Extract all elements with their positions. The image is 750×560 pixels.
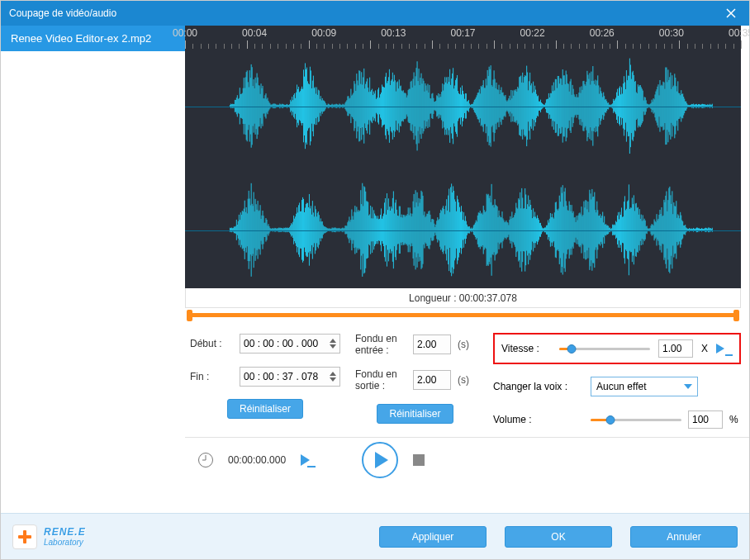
- playback-time: 00:00:00.000: [228, 454, 286, 466]
- length-label: Longueur :: [409, 292, 456, 304]
- ruler-tick: 00:04: [242, 27, 267, 39]
- start-time-input[interactable]: [240, 334, 340, 354]
- length-display: Longueur : 00:00:37.078: [185, 288, 741, 308]
- ruler-tick: 00:30: [659, 27, 684, 39]
- ruler-tick: 00:35: [729, 27, 750, 39]
- speed-slider[interactable]: [559, 343, 650, 354]
- fade-in-field[interactable]: [417, 339, 447, 350]
- reset-fade-button[interactable]: Réinitialiser: [377, 404, 453, 424]
- waveform-channel-left: [185, 53, 741, 160]
- seek-play-icon[interactable]: [301, 454, 316, 466]
- play-icon: [375, 452, 388, 468]
- start-spinner[interactable]: [330, 339, 336, 349]
- editor-content: 00:0000:0400:0900:1300:1700:2200:2600:30…: [185, 26, 749, 513]
- length-value: 00:00:37.078: [459, 292, 517, 304]
- end-time-input[interactable]: [240, 367, 340, 387]
- speed-unit: X: [701, 343, 708, 354]
- close-icon[interactable]: [721, 3, 741, 23]
- volume-slider[interactable]: [591, 414, 681, 425]
- title-bar: Coupage de vidéo/audio: [1, 1, 749, 26]
- speed-preview-play-icon[interactable]: [716, 344, 733, 354]
- voice-selected: Aucun effet: [596, 381, 647, 392]
- end-spinner[interactable]: [330, 372, 336, 382]
- logo-badge-icon: [12, 524, 37, 549]
- ruler-tick: 00:13: [381, 27, 406, 39]
- start-label: Début :: [190, 338, 233, 349]
- play-button[interactable]: [362, 442, 398, 478]
- volume-label: Volume :: [493, 414, 584, 425]
- clock-icon: [198, 453, 213, 467]
- main-area: Renee Video Editor-ex 2.mp2 00:0000:0400…: [1, 26, 749, 513]
- start-time-field[interactable]: [244, 338, 326, 349]
- ok-button[interactable]: OK: [505, 526, 612, 548]
- ruler-tick: 00:26: [590, 27, 615, 39]
- window-title: Coupage de vidéo/audio: [9, 7, 116, 19]
- end-time-field[interactable]: [244, 371, 326, 382]
- brand-logo: RENE.E Laboratory: [12, 524, 86, 549]
- controls-panel: Début : Fin : Réinitialiser: [185, 328, 749, 430]
- range-handle-end[interactable]: [733, 310, 739, 321]
- selection-range-bar[interactable]: [185, 308, 741, 323]
- ruler-tick: 00:22: [520, 27, 545, 39]
- volume-unit: %: [729, 414, 738, 425]
- fade-in-unit: (s): [458, 339, 469, 350]
- fade-in-label: Fondu en entrée :: [355, 333, 406, 357]
- file-sidebar: Renee Video Editor-ex 2.mp2: [1, 26, 185, 513]
- ruler-tick: 00:09: [311, 27, 336, 39]
- fade-out-field[interactable]: [417, 374, 447, 386]
- reset-trim-button[interactable]: Réinitialiser: [227, 399, 303, 419]
- footer-bar: RENE.E Laboratory Appliquer OK Annuler: [1, 513, 749, 559]
- range-handle-start[interactable]: [187, 310, 192, 321]
- fade-in-input[interactable]: [413, 335, 451, 354]
- voice-label: Changer la voix :: [493, 381, 584, 392]
- plus-icon: [17, 529, 32, 544]
- speed-value-input[interactable]: [658, 339, 693, 358]
- speed-section-highlight: Vitesse : X: [493, 333, 741, 364]
- time-ruler[interactable]: 00:0000:0400:0900:1300:1700:2200:2600:30…: [185, 26, 741, 49]
- voice-dropdown[interactable]: Aucun effet: [591, 377, 698, 396]
- waveform-display[interactable]: [185, 49, 741, 288]
- brand-name: RENE.E: [44, 526, 86, 538]
- brand-sub: Laboratory: [44, 538, 86, 547]
- end-label: Fin :: [190, 371, 233, 382]
- fade-out-input[interactable]: [413, 370, 451, 390]
- sidebar-file-item[interactable]: Renee Video Editor-ex 2.mp2: [1, 26, 185, 51]
- volume-value-input[interactable]: [688, 411, 723, 429]
- cancel-button[interactable]: Annuler: [630, 526, 738, 548]
- waveform-channel-right: [185, 177, 741, 284]
- fade-out-label: Fondu en sortie :: [355, 368, 406, 392]
- stop-button[interactable]: [413, 454, 425, 466]
- ruler-tick: 00:00: [173, 27, 197, 39]
- speed-label: Vitesse :: [501, 343, 551, 354]
- playback-bar: 00:00:00.000: [185, 437, 749, 482]
- apply-button[interactable]: Appliquer: [379, 526, 487, 548]
- chevron-down-icon: [684, 384, 692, 389]
- ruler-tick: 00:17: [450, 27, 475, 39]
- fade-out-unit: (s): [458, 374, 469, 386]
